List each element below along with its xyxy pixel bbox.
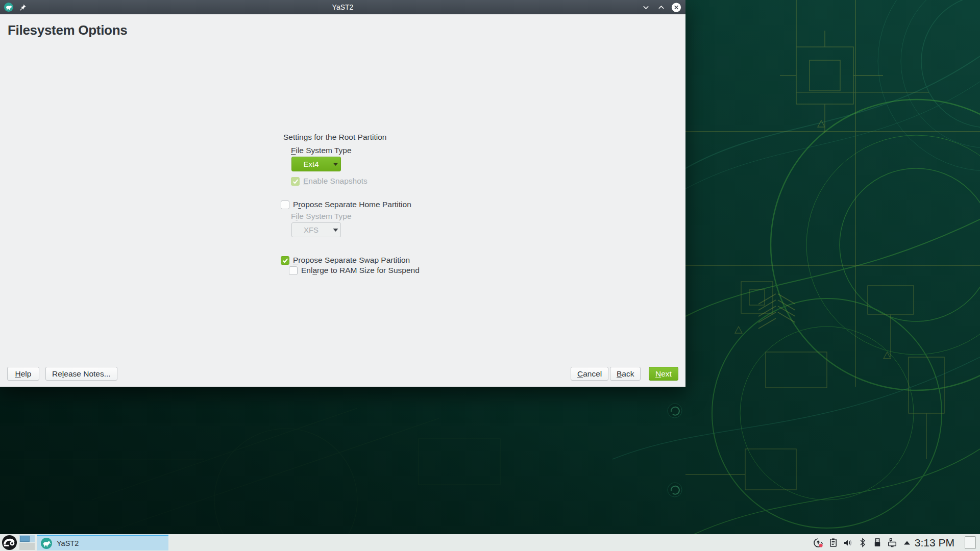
checkbox-box [291, 177, 300, 186]
pager-desktop-1[interactable] [19, 535, 35, 542]
swap-partition-checkbox[interactable]: Propose Separate Swap Partition [281, 256, 410, 265]
taskbar-clock[interactable]: 3:13 PM [915, 534, 954, 551]
yast2-window: YaST2 [0, 0, 685, 387]
enable-snapshots-checkbox[interactable]: Enable Snapshots [291, 177, 368, 186]
window-content: Filesystem Options Settings for the Root… [0, 14, 685, 387]
system-tray [813, 534, 912, 551]
yast-app-icon [4, 3, 13, 12]
chevron-down-icon [330, 228, 340, 232]
home-partition-label: Propose Separate Home Partition [293, 200, 411, 209]
help-button[interactable]: Help [7, 367, 39, 381]
network-icon[interactable] [887, 538, 897, 548]
release-notes-button[interactable]: Release Notes... [45, 367, 117, 381]
enlarge-ram-checkbox[interactable]: Enlarge to RAM Size for Suspend [289, 266, 420, 275]
root-fs-type-dropdown[interactable]: Ext4 [291, 157, 341, 171]
enlarge-ram-label: Enlarge to RAM Size for Suspend [301, 266, 420, 275]
show-desktop-button[interactable] [965, 536, 976, 549]
pager-window-thumbnail [20, 536, 30, 542]
root-fs-type-value: Ext4 [292, 160, 330, 168]
checkbox-box [289, 266, 298, 275]
pager-desktop-2[interactable] [19, 543, 35, 550]
clipboard-icon[interactable] [828, 538, 838, 548]
titlebar[interactable]: YaST2 [0, 0, 685, 14]
page-title: Filesystem Options [8, 22, 127, 38]
taskbar: YaST2 [0, 534, 980, 551]
home-fs-type-dropdown: XFS [291, 222, 341, 237]
cancel-button[interactable]: Cancel [571, 367, 608, 381]
window-title: YaST2 [0, 3, 685, 11]
yast-task-icon [41, 538, 52, 549]
taskbar-task-yast2[interactable]: YaST2 [37, 535, 168, 550]
close-icon[interactable] [671, 2, 681, 12]
checkbox-box [281, 201, 289, 209]
home-partition-checkbox[interactable]: Propose Separate Home Partition [281, 200, 411, 209]
home-fs-type-label: File System Type [291, 212, 352, 221]
swap-partition-label: Propose Separate Swap Partition [293, 256, 410, 265]
next-button[interactable]: Next [649, 367, 678, 381]
chevron-down-icon [330, 162, 340, 166]
updates-available-icon[interactable] [813, 538, 823, 548]
expand-tray-icon[interactable] [902, 538, 912, 548]
application-menu-button[interactable] [2, 535, 17, 550]
root-partition-section-label: Settings for the Root Partition [283, 133, 386, 142]
minimize-icon[interactable] [641, 2, 651, 12]
volume-icon[interactable] [843, 538, 853, 548]
task-label: YaST2 [57, 539, 79, 547]
virtual-desktop-pager[interactable] [19, 535, 35, 550]
back-button[interactable]: Back [610, 367, 641, 381]
pin-keep-above-icon[interactable] [17, 2, 28, 12]
enable-snapshots-label: Enable Snapshots [303, 177, 368, 186]
home-fs-type-value: XFS [292, 226, 330, 234]
removable-device-icon[interactable] [872, 538, 883, 548]
maximize-icon[interactable] [656, 2, 666, 12]
root-fs-type-label: File System Type [291, 146, 352, 155]
bluetooth-icon[interactable] [857, 538, 868, 548]
checkbox-box [281, 256, 289, 265]
